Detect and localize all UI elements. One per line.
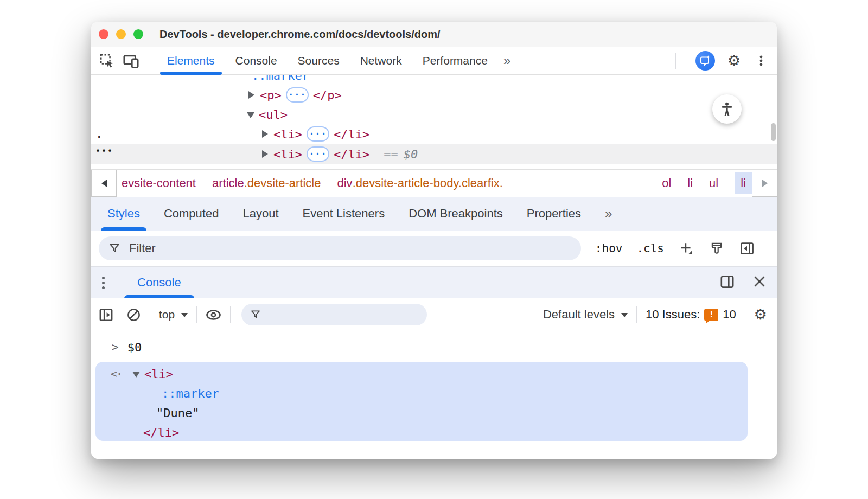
filter-funnel-icon [108, 242, 120, 254]
disclosure-expanded-icon[interactable] [132, 372, 140, 378]
split-panel-icon[interactable] [720, 274, 735, 291]
tab-styles[interactable]: Styles [95, 197, 152, 231]
chevron-left-icon [101, 180, 107, 187]
disclosure-collapsed-icon[interactable] [262, 150, 268, 158]
toggle-element-state-button[interactable]: :hov [595, 242, 623, 255]
chevron-right-icon [762, 180, 768, 187]
chevron-down-icon [621, 313, 628, 317]
dom-row-marker-clipped[interactable]: ::marker [252, 75, 309, 85]
chevron-down-icon [181, 313, 188, 317]
toggle-sidebar-panel-icon[interactable] [739, 240, 755, 257]
tab-dom-breakpoints[interactable]: DOM Breakpoints [397, 197, 515, 231]
gutter-list-marker: . [95, 127, 103, 140]
breadcrumb-items: evsite-content article.devsite-article d… [117, 170, 752, 197]
breadcrumb-item[interactable]: div.devsite-article-body.clearfix. [337, 176, 503, 190]
toolbar-divider [636, 306, 637, 323]
minimize-window-button[interactable] [116, 29, 126, 39]
clear-console-icon[interactable] [126, 308, 141, 322]
devtools-toolbar: Elements Console Sources Network Perform… [91, 47, 777, 75]
toolbar-divider [148, 53, 148, 69]
prompt-chevron-icon: > [112, 341, 119, 354]
create-live-expression-icon[interactable] [206, 307, 221, 323]
breadcrumb-item[interactable]: li [687, 176, 693, 190]
traffic-lights [99, 29, 143, 39]
styles-toolbar: Filter :hov .cls [91, 231, 777, 266]
zoom-window-button[interactable] [133, 29, 143, 39]
styles-filter-input[interactable]: Filter [99, 236, 581, 260]
close-window-button[interactable] [99, 29, 108, 39]
kebab-menu-icon[interactable] [753, 53, 769, 69]
log-levels-dropdown[interactable]: Default levels [543, 308, 628, 322]
breadcrumb-item-selected[interactable]: li [735, 172, 752, 194]
dom-breadcrumb-bar: evsite-content article.devsite-article d… [91, 169, 777, 197]
tab-elements[interactable]: Elements [157, 47, 225, 74]
tab-console[interactable]: Console [225, 47, 288, 74]
more-tabs-icon[interactable]: » [498, 47, 515, 74]
dom-row-li-selected[interactable]: <li> ··· </li> == $0 [91, 144, 777, 164]
console-toolbar: top Default levels 10 Issues: ! 10 ⚙ [91, 298, 777, 331]
breadcrumb-scroll-left-button[interactable] [91, 170, 117, 197]
close-drawer-icon[interactable] [753, 275, 766, 290]
elements-dom-tree: ::marker <p> ··· </p> <ul> <li> ··· </li… [91, 75, 777, 169]
dom-row-li-1[interactable]: <li> ··· </li> [262, 124, 369, 144]
issues-warning-icon: ! [704, 309, 718, 321]
expand-ellipsis-icon[interactable]: ··· [307, 146, 329, 162]
toolbar-divider [230, 306, 231, 323]
expand-ellipsis-icon[interactable]: ··· [307, 126, 329, 142]
expand-ellipsis-icon[interactable]: ··· [286, 87, 309, 103]
breadcrumb-item[interactable]: evsite-content [122, 176, 196, 190]
console-drawer-header: Console [91, 266, 777, 298]
device-toolbar-icon[interactable] [123, 53, 139, 69]
toolbar-divider [196, 306, 197, 323]
tab-network[interactable]: Network [350, 47, 412, 74]
sidebar-tabs: Styles Computed Layout Event Listeners D… [91, 197, 777, 231]
javascript-context-dropdown[interactable]: top [159, 308, 188, 321]
window-title: DevTools - developer.chrome.com/docs/dev… [159, 28, 441, 41]
tab-sources[interactable]: Sources [288, 47, 350, 74]
breadcrumb-item[interactable]: ul [709, 176, 718, 190]
new-style-rule-icon[interactable] [678, 240, 694, 257]
toolbar-divider [150, 306, 150, 323]
tab-layout[interactable]: Layout [231, 197, 290, 231]
more-sidebar-tabs-icon[interactable]: » [593, 197, 623, 231]
breadcrumb-item[interactable]: ol [662, 176, 671, 190]
console-history-entry[interactable]: > $0 [91, 336, 769, 359]
dollar-zero-reference: $0 [404, 148, 418, 161]
gutter-list-marker: ••• [95, 146, 113, 156]
disclosure-collapsed-icon[interactable] [248, 91, 254, 99]
devtools-window: DevTools - developer.chrome.com/docs/dev… [91, 22, 777, 459]
toolbar-divider [675, 53, 676, 69]
tab-properties[interactable]: Properties [515, 197, 593, 231]
tab-event-listeners[interactable]: Event Listeners [291, 197, 397, 231]
inspect-element-icon[interactable] [99, 53, 115, 69]
drawer-tab-console[interactable]: Console [124, 267, 194, 298]
settings-gear-icon[interactable]: ⚙ [726, 53, 742, 69]
filter-funnel-icon [250, 309, 261, 320]
console-result-line: <· <li> [111, 364, 173, 383]
tab-performance[interactable]: Performance [412, 47, 498, 74]
returned-value-icon: <· [111, 367, 122, 380]
console-settings-gear-icon[interactable]: ⚙ [754, 308, 767, 322]
accessibility-person-icon [719, 101, 735, 117]
breadcrumb-item[interactable]: article.devsite-article [212, 176, 321, 190]
disclosure-collapsed-icon[interactable] [262, 130, 268, 138]
disclosure-expanded-icon[interactable] [247, 112, 254, 118]
drawer-kebab-menu-icon[interactable] [102, 277, 105, 289]
console-result-line: </li> [143, 423, 179, 442]
tab-computed[interactable]: Computed [152, 197, 231, 231]
dom-row-p[interactable]: <p> ··· </p> [248, 85, 342, 105]
breadcrumb-scroll-right-button[interactable] [752, 170, 777, 197]
element-classes-button[interactable]: .cls [636, 242, 664, 255]
filter-placeholder: Filter [129, 241, 156, 255]
console-filter-input[interactable] [241, 304, 427, 325]
rendering-brush-icon[interactable] [709, 240, 725, 257]
console-scrollbar-gutter[interactable] [769, 331, 777, 459]
issues-counter[interactable]: 10 Issues: ! 10 [646, 308, 736, 322]
show-console-sidebar-icon[interactable] [99, 308, 113, 322]
accessibility-widget-button[interactable] [712, 94, 742, 124]
console-result-highlighted[interactable]: <· <li> ::marker "Dune" </li> [95, 362, 748, 441]
console-command: $0 [127, 341, 142, 354]
elements-scrollbar-thumb[interactable] [771, 123, 776, 141]
ai-assistance-icon[interactable] [695, 51, 715, 71]
dom-row-ul[interactable]: <ul> [247, 105, 288, 124]
